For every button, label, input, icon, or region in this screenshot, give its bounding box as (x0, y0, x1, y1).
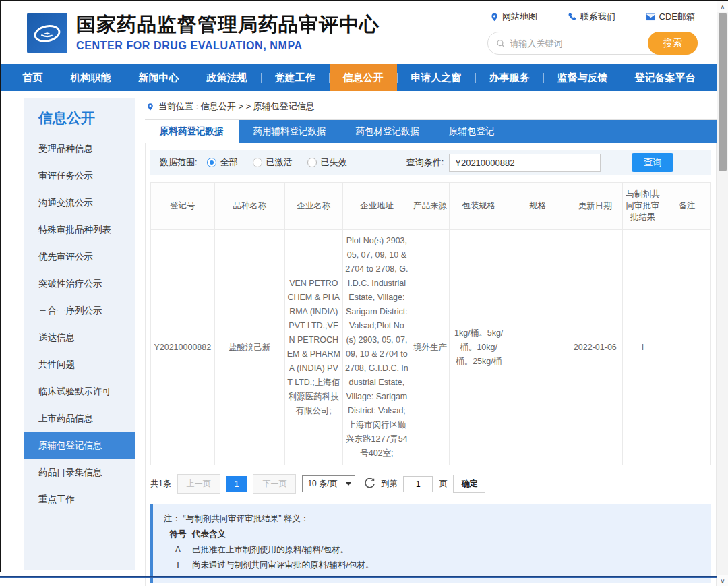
query-condition-label: 查询条件: (406, 156, 444, 169)
nav-info-disclosure[interactable]: 信息公开 (330, 64, 397, 91)
link-cde-mail[interactable]: CDE邮箱 (646, 11, 695, 23)
col-registration-no: 登记号 (151, 183, 215, 230)
page-size-value: 10 条/页 (307, 478, 337, 490)
nav-news[interactable]: 新闻中心 (125, 64, 193, 91)
table-header-row: 登记号 品种名称 企业名称 企业地址 产品来源 包装规格 规格 更新日期 与制剂… (151, 183, 711, 230)
tab-bar: 原料药登记数据 药用辅料登记数据 药包材登记数据 原辅包登记 (145, 120, 717, 143)
window-left-edge (0, 1, 1, 572)
caret-down-icon[interactable] (342, 476, 355, 492)
sidebar: 信息公开 受理品种信息 审评任务公示 沟通交流公示 特殊审批品种列表 优先审评公… (24, 98, 135, 570)
cell-packaging-spec: 1kg/桶。5kg/桶。10kg/桶。25kg/桶 (450, 230, 508, 465)
sidebar-item-clinical-trial-license[interactable]: 临床试验默示许可 (24, 378, 135, 405)
results-table: 登记号 品种名称 企业名称 企业地址 产品来源 包装规格 规格 更新日期 与制剂… (150, 182, 711, 465)
nav-applicant-window[interactable]: 申请人之窗 (398, 64, 475, 91)
radio-expired-icon[interactable] (307, 158, 317, 167)
cde-logo (27, 13, 67, 53)
nav-supervision-feedback[interactable]: 监督与反馈 (544, 64, 621, 91)
cell-update-date: 2022-01-06 (568, 230, 622, 465)
link-sitemap-label: 网站地图 (502, 11, 537, 23)
sidebar-item-delivery-info[interactable]: 送达信息 (24, 324, 135, 351)
goto-page-input[interactable] (403, 476, 433, 492)
link-contact-label: 联系我们 (580, 11, 615, 23)
nav-home[interactable]: 首页 (9, 64, 57, 91)
col-variety-name: 品种名称 (214, 183, 284, 230)
tab-api-registration-data[interactable]: 原料药登记数据 (145, 120, 239, 143)
query-condition-input[interactable] (449, 154, 601, 172)
notes-row-i: I 尚未通过与制剂共同审评审批的原料/辅料/包材。 (164, 558, 700, 573)
link-sitemap[interactable]: 网站地图 (490, 11, 537, 23)
cell-product-source: 境外生产 (411, 230, 449, 465)
location-pin-icon (490, 12, 499, 22)
nav-functions[interactable]: 机构职能 (57, 64, 125, 91)
site-header: 国家药品监督管理局药品审评中心 CENTER FOR DRUG EVALUATI… (1, 1, 717, 64)
col-product-source: 产品来源 (411, 183, 449, 230)
query-button[interactable]: 查询 (632, 153, 673, 172)
site-title: 国家药品监督管理局药品审评中心 (76, 13, 380, 36)
location-pin-icon (146, 102, 154, 112)
refresh-button[interactable] (364, 478, 375, 490)
scroll-up-icon[interactable]: ∧ (717, 1, 728, 12)
scroll-down-icon[interactable]: ∨ (717, 575, 728, 586)
sidebar-item-key-work[interactable]: 重点工作 (24, 486, 135, 513)
breadcrumb-text: 当前位置 : 信息公开 > > 原辅包登记信息 (158, 100, 315, 113)
breadcrumb: 当前位置 : 信息公开 > > 原辅包登记信息 (145, 98, 717, 120)
notes-symbol-a: A (164, 542, 192, 558)
confirm-button[interactable]: 确定 (453, 475, 485, 493)
sidebar-item-common-issues[interactable]: 共性问题 (24, 351, 135, 378)
col-company-name: 企业名称 (284, 183, 342, 230)
scrollbar-thumb[interactable] (719, 13, 727, 171)
col-joint-review-result: 与制剂共同审批审批结果 (622, 183, 663, 230)
notes-meaning-header: 代表含义 (192, 527, 226, 542)
table-row: Y20210000882 盐酸溴己新 VEN PETROCHEM & PHARM… (151, 230, 711, 465)
quick-links: 网站地图 联系我们 CDE邮箱 (487, 11, 698, 23)
sidebar-item-api-excipient-registration[interactable]: 原辅包登记信息 (24, 432, 135, 459)
cell-registration-no: Y20210000882 (151, 230, 215, 465)
sidebar-title: 信息公开 (24, 109, 135, 127)
notes-meaning-a: 已批准在上市制剂使用的原料/辅料/包材。 (192, 542, 348, 558)
radio-all-label: 全部 (220, 156, 238, 169)
col-company-address: 企业地址 (342, 183, 411, 230)
notes-header-row: 符号 代表含义 (164, 527, 700, 542)
radio-activated-icon[interactable] (253, 158, 262, 167)
sidebar-item-breakthrough-therapy[interactable]: 突破性治疗公示 (24, 270, 135, 297)
sidebar-item-special-approval[interactable]: 特殊审批品种列表 (24, 216, 135, 243)
radio-all-selected-icon[interactable] (207, 158, 216, 167)
vertical-scrollbar[interactable]: ∧ ∨ (717, 1, 728, 586)
nav-party-building[interactable]: 党建工作 (262, 64, 329, 91)
link-contact[interactable]: 联系我们 (568, 11, 615, 23)
nav-registration-platform[interactable]: 登记备案平台 (621, 64, 709, 91)
radio-option-activated[interactable]: 已激活 (253, 156, 293, 169)
tab-api-excipient-registration[interactable]: 原辅包登记 (434, 120, 510, 143)
goto-unit: 页 (439, 478, 447, 490)
search-button[interactable]: 搜索 (648, 32, 698, 55)
search-input[interactable] (510, 38, 646, 49)
tab-excipient-registration-data[interactable]: 药用辅料登记数据 (239, 120, 341, 143)
sidebar-item-priority-review[interactable]: 优先审评公示 (24, 243, 135, 270)
link-cde-mail-label: CDE邮箱 (659, 11, 695, 23)
sidebar-item-communication[interactable]: 沟通交流公示 (24, 189, 135, 216)
cell-remarks (663, 230, 711, 465)
prev-page-button[interactable]: 上一页 (177, 474, 220, 494)
radio-expired-label: 已失效 (321, 156, 347, 169)
nav-policies[interactable]: 政策法规 (193, 64, 261, 91)
tab-packaging-registration-data[interactable]: 药包材登记数据 (341, 120, 435, 143)
sidebar-item-marketed-drugs[interactable]: 上市药品信息 (24, 405, 135, 432)
sidebar-item-drug-catalog[interactable]: 药品目录集信息 (24, 459, 135, 486)
footer-divider (0, 576, 717, 578)
envelope-icon (646, 13, 656, 21)
cell-joint-review-result: I (622, 230, 663, 465)
notes-box: 注： “与制剂共同审评审批结果” 释义： 符号 代表含义 A 已批准在上市制剂使… (150, 504, 711, 583)
radio-option-all[interactable]: 全部 (207, 156, 238, 169)
next-page-button[interactable]: 下一页 (253, 474, 296, 494)
goto-label: 到第 (381, 478, 397, 490)
sidebar-item-review-tasks[interactable]: 审评任务公示 (24, 163, 135, 189)
cell-variety-name: 盐酸溴己新 (214, 230, 284, 465)
sidebar-item-three-in-one[interactable]: 三合一序列公示 (24, 297, 135, 324)
notes-line1: 注： “与制剂共同审评审批结果” 释义： (164, 511, 700, 527)
page-size-select[interactable]: 10 条/页 (302, 475, 355, 492)
sidebar-item-accepted-varieties[interactable]: 受理品种信息 (24, 136, 135, 163)
nav-services[interactable]: 办事服务 (476, 64, 543, 91)
notes-row-a: A 已批准在上市制剂使用的原料/辅料/包材。 (164, 542, 700, 558)
current-page-button[interactable]: 1 (226, 476, 247, 492)
radio-option-expired[interactable]: 已失效 (307, 156, 347, 169)
